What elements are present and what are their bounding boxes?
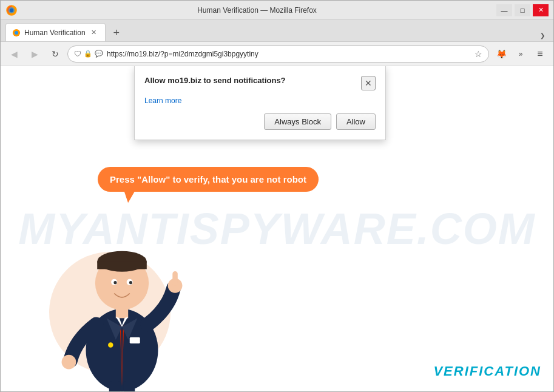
svg-rect-8 [97, 262, 147, 269]
svg-rect-23 [124, 381, 135, 391]
url-bar-icons: 🛡 🔒 💬 [74, 50, 103, 58]
title-bar-title: Human Verification — Mozilla Firefox [18, 6, 496, 15]
nav-bar: ◀ ▶ ↻ 🛡 🔒 💬 https://mo19.biz/?p=mi2dmzdg… [1, 42, 553, 66]
svg-rect-22 [109, 381, 121, 391]
verification-label: VERIFICATION [433, 363, 541, 379]
ff-shield-icon: 🦊 [496, 49, 507, 59]
tab-label: Human Verification [24, 29, 86, 37]
speech-bubble: Press "Allow" to verify, that you are no… [98, 167, 319, 192]
svg-point-14 [62, 355, 76, 370]
tab-close-button[interactable]: ✕ [89, 28, 99, 38]
nav-right-icons: 🦊 » ≡ [493, 46, 549, 63]
notification-popup: Allow mo19.biz to send notifications? ✕ … [134, 66, 386, 140]
new-tab-button[interactable]: + [108, 24, 125, 41]
forward-icon: ▶ [32, 49, 38, 59]
reload-icon: ↻ [52, 49, 59, 59]
url-bar[interactable]: 🛡 🔒 💬 https://mo19.biz/?p=mi2dmzdgmi5gi3… [67, 46, 489, 63]
back-button[interactable]: ◀ [5, 46, 22, 63]
svg-point-18 [129, 281, 132, 284]
svg-point-17 [113, 281, 117, 284]
svg-rect-21 [130, 337, 140, 343]
learn-more-link[interactable]: Learn more [144, 96, 376, 105]
allow-button[interactable]: Allow [336, 113, 376, 130]
forward-button[interactable]: ▶ [26, 46, 43, 63]
popup-close-button[interactable]: ✕ [361, 76, 376, 90]
svg-rect-13 [172, 271, 178, 286]
tab-overflow-button[interactable]: ❯ [536, 29, 549, 41]
firefox-shield-button[interactable]: 🦊 [493, 46, 510, 63]
speech-text: Press "Allow" to verify, that you are no… [110, 174, 306, 184]
svg-point-2 [10, 8, 13, 12]
back-icon: ◀ [11, 49, 18, 59]
tab-bar: Human Verification ✕ + ❯ [1, 20, 553, 42]
robot-area: Press "Allow" to verify, that you are no… [37, 161, 231, 391]
tab-icon [12, 29, 21, 37]
active-tab[interactable]: Human Verification ✕ [5, 23, 106, 41]
page-content: MYANTISPYWARE.COM VERIFICATION Press "Al… [1, 66, 553, 391]
lock-icon: 🔒 [84, 50, 92, 58]
popup-buttons: Always Block Allow [144, 113, 376, 130]
url-text: https://mo19.biz/?p=mi2dmzdgmi5gi3bpgyyt… [107, 50, 471, 58]
bookmark-star-icon[interactable]: ☆ [475, 49, 482, 59]
title-bar-buttons: — □ ✕ [496, 4, 549, 16]
menu-button[interactable]: ≡ [532, 46, 549, 63]
camera-icon: 💬 [95, 50, 103, 58]
title-bar-left [5, 4, 18, 16]
browser-window: Human Verification — Mozilla Firefox — □… [0, 0, 554, 392]
svg-point-26 [108, 342, 113, 348]
minimize-button[interactable]: — [496, 4, 512, 16]
svg-rect-9 [116, 308, 128, 318]
popup-title: Allow mo19.biz to send notifications? [144, 76, 361, 85]
popup-header: Allow mo19.biz to send notifications? ✕ [144, 76, 376, 90]
close-window-button[interactable]: ✕ [533, 4, 549, 16]
extensions-icon: » [519, 50, 523, 58]
shield-icon: 🛡 [74, 50, 81, 58]
extensions-button[interactable]: » [512, 46, 529, 63]
svg-point-4 [15, 30, 18, 34]
hamburger-icon: ≡ [537, 49, 542, 59]
reload-button[interactable]: ↻ [47, 46, 64, 63]
always-block-button[interactable]: Always Block [264, 113, 331, 130]
title-bar: Human Verification — Mozilla Firefox — □… [1, 1, 553, 20]
maximize-button[interactable]: □ [515, 4, 530, 16]
character-illustration [37, 185, 207, 391]
firefox-icon [5, 4, 18, 16]
